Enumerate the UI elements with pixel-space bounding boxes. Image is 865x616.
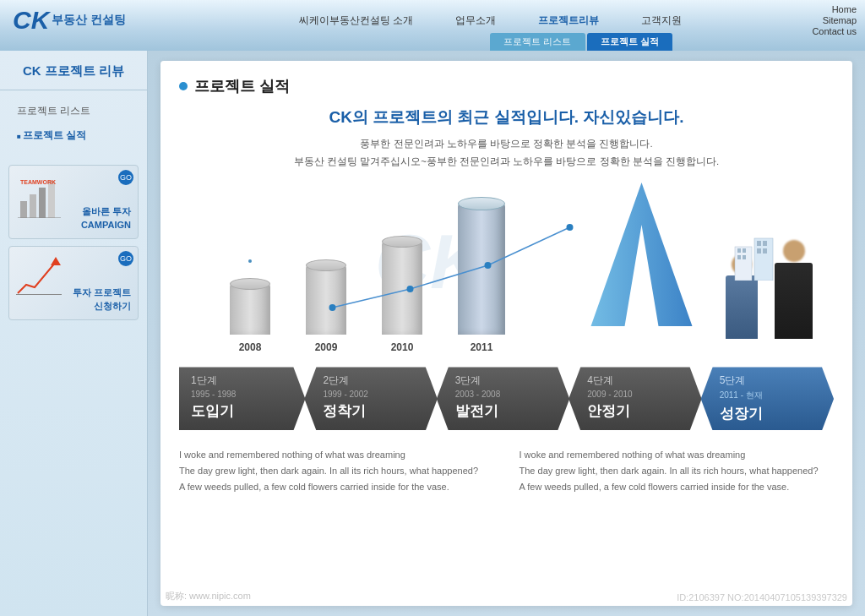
stage-1: 1단계 bbox=[191, 373, 298, 388]
bar-2009 bbox=[306, 265, 346, 335]
headline: CK의 프로젝트의 최근 실적입니다. 자신있습니다. bbox=[179, 106, 834, 128]
watermark-id: ID:2106397 NO:20140407105139397329 bbox=[677, 592, 847, 602]
year-labels: 2008 2009 2010 2011 bbox=[230, 341, 505, 353]
svg-rect-2 bbox=[39, 188, 46, 218]
years-2: 1999 - 2002 bbox=[323, 390, 430, 399]
svg-rect-0 bbox=[20, 201, 27, 218]
main-area: 프로젝트 실적 CK의 프로젝트의 최근 실적입니다. 자신있습니다. 풍부한 … bbox=[148, 51, 865, 616]
sidebar: CK 프로젝트 리뷰 프로젝트 리스트 ■ 프로젝트 실적 GO TEAMWOR… bbox=[0, 51, 148, 616]
sub-nav: 프로젝트 리스트 프로젝트 실적 bbox=[0, 33, 865, 51]
watermark-nipic: 昵称: www.nipic.com bbox=[166, 590, 251, 602]
banner-campaign-text: 올바른 투자 CAMPAIGN bbox=[81, 205, 131, 232]
svg-rect-17 bbox=[743, 255, 746, 259]
chart-area: CK bbox=[188, 174, 825, 360]
sidebar-menu: 프로젝트 리스트 ■ 프로젝트 실적 bbox=[0, 90, 147, 156]
nav-item-1[interactable]: 업무소개 bbox=[455, 14, 496, 28]
name-4: 안정기 bbox=[587, 401, 694, 421]
banner-go-1[interactable]: GO bbox=[118, 170, 133, 185]
content-box: 프로젝트 실적 CK의 프로젝트의 최근 실적입니다. 자신있습니다. 풍부한 … bbox=[160, 61, 852, 606]
bottom-text-col1: I woke and remembered nothing of what wa… bbox=[179, 447, 494, 494]
sidebar-title: CK 프로젝트 리뷰 bbox=[0, 51, 147, 90]
top-right-nav: Home Sitemap Contact us bbox=[812, 4, 865, 36]
arrow-chart-icon bbox=[14, 255, 64, 305]
stage-3: 3단계 bbox=[455, 373, 563, 388]
years-5: 2011 - 현재 bbox=[720, 390, 827, 401]
svg-rect-3 bbox=[48, 181, 55, 218]
svg-rect-1 bbox=[30, 194, 36, 218]
sidebar-item-list[interactable]: 프로젝트 리스트 bbox=[0, 99, 147, 123]
svg-text:TEAMWORK: TEAMWORK bbox=[20, 179, 56, 185]
svg-rect-14 bbox=[737, 248, 741, 253]
timeline-2: 2단계 1999 - 2002 정착기 bbox=[304, 367, 437, 430]
years-1: 1995 - 1998 bbox=[191, 390, 298, 399]
top-right-home[interactable]: Home bbox=[812, 4, 857, 14]
bars-container bbox=[230, 204, 505, 335]
svg-rect-19 bbox=[763, 241, 767, 246]
sidebar-item-performance[interactable]: ■ 프로젝트 실적 bbox=[0, 123, 147, 148]
sub-tab-performance[interactable]: 프로젝트 실적 bbox=[587, 33, 672, 51]
logo: CK 부동산 컨설팅 bbox=[0, 6, 169, 35]
svg-rect-15 bbox=[743, 248, 746, 253]
year-2009: 2009 bbox=[306, 341, 346, 353]
nav-item-2[interactable]: 프로젝트리뷰 bbox=[538, 14, 599, 28]
nav-item-3[interactable]: 고객지원 bbox=[641, 14, 682, 28]
name-3: 발전기 bbox=[455, 401, 563, 421]
building-model bbox=[731, 230, 777, 284]
bar-2008 bbox=[230, 284, 270, 335]
subtext1: 풍부한 전문인려과 노하우를 바탕으로 정확한 분석을 진행합니다. bbox=[179, 135, 834, 153]
sub-tab-list[interactable]: 프로젝트 리스트 bbox=[490, 33, 585, 51]
name-2: 정착기 bbox=[323, 401, 430, 421]
stage-4: 4단계 bbox=[587, 373, 694, 388]
name-1: 도입기 bbox=[191, 401, 298, 421]
section-dot bbox=[179, 82, 188, 90]
svg-rect-16 bbox=[737, 255, 741, 259]
banner-go-2[interactable]: GO bbox=[118, 251, 133, 266]
section-title-row: 프로젝트 실적 bbox=[179, 76, 834, 96]
person-2 bbox=[775, 240, 813, 339]
stage-5: 5단계 bbox=[720, 373, 827, 388]
timeline-1: 1단계 1995 - 1998 도입기 bbox=[179, 367, 305, 430]
section-title: 프로젝트 실적 bbox=[194, 76, 290, 96]
years-4: 2009 - 2010 bbox=[587, 390, 694, 399]
bar-2011 bbox=[458, 204, 505, 335]
bottom-text-col2: I woke and remembered nothing of what wa… bbox=[520, 447, 835, 494]
svg-point-11 bbox=[567, 224, 574, 231]
logo-text: 부동산 컨설팅 bbox=[52, 13, 126, 28]
logo-ck: CK bbox=[13, 6, 49, 35]
svg-rect-7 bbox=[16, 294, 62, 295]
year-2008: 2008 bbox=[230, 341, 270, 353]
timeline-5: 5단계 2011 - 현재 성장기 bbox=[701, 367, 834, 430]
svg-rect-20 bbox=[757, 248, 761, 253]
banner-project-text: 투자 프로젝트 신청하기 bbox=[73, 286, 131, 313]
years-3: 2003 - 2008 bbox=[455, 390, 563, 399]
banner-project[interactable]: GO 투자 프로젝트 신청하기 bbox=[8, 246, 139, 320]
banner-campaign[interactable]: GO TEAMWORK 올바른 투자 CAMPAIGN bbox=[8, 165, 139, 239]
subtext2: 부동산 컨설팅 맡겨주십시오~풍부한 전문인려과 노하우를 바탕으로 정확한 분… bbox=[179, 153, 834, 171]
subtext: 풍부한 전문인려과 노하우를 바탕으로 정확한 분석을 진행합니다. 부동산 컨… bbox=[179, 135, 834, 170]
svg-marker-6 bbox=[51, 257, 61, 265]
bottom-text-area: I woke and remembered nothing of what wa… bbox=[179, 447, 834, 494]
year-2010: 2010 bbox=[382, 341, 422, 353]
name-5: 성장기 bbox=[720, 404, 827, 423]
year-2011: 2011 bbox=[458, 341, 505, 353]
timeline-3: 3단계 2003 - 2008 발전기 bbox=[437, 367, 569, 430]
nav-item-0[interactable]: 씨케이부동산컨설팅 소개 bbox=[299, 14, 413, 28]
svg-rect-21 bbox=[763, 248, 767, 253]
top-right-sitemap[interactable]: Sitemap bbox=[812, 15, 857, 25]
svg-rect-18 bbox=[757, 241, 761, 246]
timeline-section: 1단계 1995 - 1998 도입기 2단계 1999 - 2002 정착기 … bbox=[179, 367, 834, 430]
main-nav: 씨케이부동산컨설팅 소개 업무소개 프로젝트리뷰 고객지원 bbox=[169, 14, 812, 28]
timeline-4: 4단계 2009 - 2010 안정기 bbox=[569, 367, 701, 430]
stage-2: 2단계 bbox=[323, 373, 430, 388]
chart-icon: TEAMWORK bbox=[16, 176, 63, 221]
bar-2010 bbox=[382, 242, 422, 335]
